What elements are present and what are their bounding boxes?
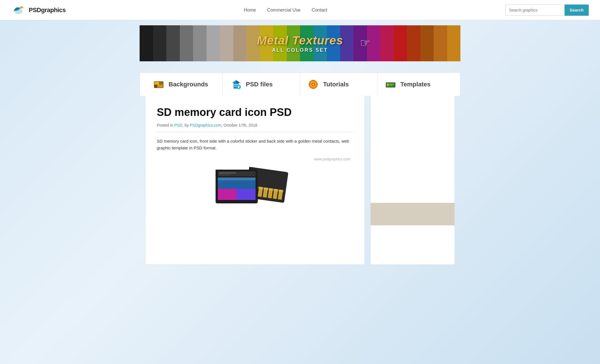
banner-subtitle: ALL COLORS SET [272,47,328,53]
svg-rect-4 [155,82,159,85]
svg-point-1 [20,6,23,8]
svg-point-14 [312,84,314,85]
category-psd-files[interactable]: PSD files [223,73,300,96]
banner-title: Metal Textures [257,34,343,47]
svg-rect-17 [309,84,310,85]
backgrounds-icon [153,79,164,90]
banner-cursor: ☞ [360,36,371,50]
nav-commercial-use[interactable]: Commercial Use [267,8,300,13]
site-header: PSDgraphics Home Commercial Use Contact … [0,0,600,20]
logo-area[interactable]: PSDgraphics [11,3,66,17]
svg-rect-45 [219,172,236,174]
category-bar: Backgrounds PSD files [140,73,460,96]
category-templates[interactable]: Templates [377,73,455,96]
banner-container: Metal Textures ALL COLORS SET ☞ [134,25,466,61]
sidebar [370,96,455,265]
svg-rect-22 [387,84,389,85]
svg-rect-5 [159,82,163,85]
sidebar-ad [371,203,455,225]
svg-rect-6 [155,85,157,87]
category-tutorials-label: Tutorials [323,81,349,88]
svg-rect-18 [316,84,318,85]
svg-rect-8 [234,84,238,85]
search-button[interactable]: Search [565,5,589,16]
svg-rect-23 [389,84,394,84]
svg-rect-46 [219,174,230,175]
nav-home[interactable]: Home [244,8,256,13]
meta-author-link[interactable]: PSDgraphics.com [190,123,221,127]
nav-contact[interactable]: Contact [312,8,327,13]
sd-card-illustration [157,164,353,215]
article-meta: Posted in PSD, by PSDgraphics.com, Octob… [157,123,353,132]
search-area: Search [505,5,589,16]
category-backgrounds-label: Backgrounds [169,81,208,88]
main-nav: Home Commercial Use Contact [244,8,327,13]
main-content: SD memory card icon PSD Posted in PSD, b… [140,96,460,276]
logo-text: PSDgraphics [29,6,66,14]
meta-prefix: Posted in [157,123,173,127]
meta-by: by [185,123,189,127]
svg-rect-16 [313,87,314,89]
category-psd-files-label: PSD files [246,81,273,88]
article-title: SD memory card icon PSD [157,106,353,119]
logo-icon [11,3,26,17]
svg-rect-24 [389,85,393,86]
search-input[interactable] [505,5,565,16]
meta-date: October 17th, 2018 [223,123,257,127]
banner: Metal Textures ALL COLORS SET ☞ [140,25,460,61]
svg-rect-7 [157,85,163,87]
templates-icon [385,79,396,90]
article-description: SD memory card icon, front side with a c… [157,138,353,151]
svg-rect-42 [237,189,256,200]
svg-rect-43 [218,177,256,180]
category-backgrounds[interactable]: Backgrounds [145,73,223,96]
category-tutorials[interactable]: Tutorials [300,73,377,96]
watermark: www.psdgraphics.com [157,157,353,161]
article: SD memory card icon PSD Posted in PSD, b… [145,96,365,265]
meta-category-link[interactable]: PSD [174,123,182,127]
psd-files-icon [231,79,241,90]
svg-rect-41 [218,189,237,200]
svg-rect-15 [313,80,314,81]
tutorials-icon [308,79,319,90]
category-templates-label: Templates [400,81,431,88]
svg-rect-44 [218,171,256,176]
